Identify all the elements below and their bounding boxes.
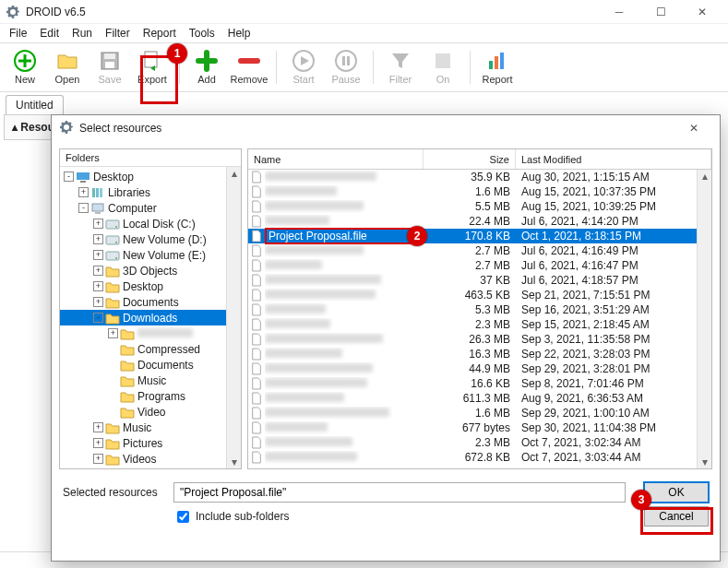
tree-node[interactable]: + <box>60 325 226 341</box>
tree-node[interactable]: +Desktop <box>60 278 226 294</box>
file-row[interactable]: 2.3 MBSep 15, 2021, 2:18:45 AM <box>248 317 697 332</box>
file-row[interactable]: 672.8 KBOct 7, 2021, 3:03:44 AM <box>248 450 697 465</box>
tree-node[interactable]: Music <box>60 373 226 388</box>
file-row[interactable]: 16.3 MBSep 22, 2021, 3:28:03 PM <box>248 347 697 361</box>
tree-node[interactable]: Documents <box>60 357 226 373</box>
expand-icon[interactable]: + <box>93 281 103 291</box>
expand-icon[interactable]: + <box>93 250 103 260</box>
scroll-down-icon[interactable]: ▾ <box>228 456 241 468</box>
tree-node[interactable]: -Downloads <box>60 310 226 325</box>
file-row[interactable]: 1.6 MBAug 15, 2021, 10:37:35 PM <box>248 184 697 199</box>
tree-node[interactable]: +Local Disk (C:) <box>60 216 226 231</box>
menu-help[interactable]: Help <box>222 25 257 41</box>
menu-filter[interactable]: Filter <box>100 25 136 41</box>
open-button[interactable]: Open <box>48 45 87 89</box>
menu-edit[interactable]: Edit <box>34 25 65 41</box>
remove-button[interactable]: Remove <box>230 45 269 89</box>
tree-node[interactable]: +Videos <box>60 451 226 467</box>
file-icon <box>248 215 265 228</box>
menu-report[interactable]: Report <box>137 25 182 41</box>
tree-node-label: Desktop <box>123 280 163 293</box>
include-subfolders-input[interactable] <box>177 511 189 523</box>
file-name <box>265 215 424 228</box>
filter-button[interactable]: Filter <box>381 45 420 89</box>
tree-node[interactable]: +New Volume (E:) <box>60 247 226 263</box>
list-scrollbar[interactable]: ▴ ▾ <box>697 170 711 468</box>
tree-node[interactable]: +New Volume (D:) <box>60 231 226 247</box>
add-button[interactable]: Add <box>187 45 226 89</box>
file-row[interactable]: 463.5 KBSep 21, 2021, 7:15:51 PM <box>248 288 697 302</box>
expand-icon[interactable]: + <box>78 187 89 197</box>
filter-on-button[interactable]: On <box>424 45 462 89</box>
tree-node[interactable]: -Computer <box>60 200 226 216</box>
expand-icon[interactable]: + <box>93 266 103 276</box>
minimize-button[interactable]: ─ <box>599 1 639 23</box>
tree-node[interactable]: Compressed <box>60 341 226 357</box>
file-row[interactable]: 1.6 MBSep 29, 2021, 1:00:10 AM <box>248 406 697 420</box>
file-row[interactable]: 5.5 MBAug 15, 2021, 10:39:25 PM <box>248 199 697 214</box>
menu-tools[interactable]: Tools <box>184 25 221 41</box>
plus-icon <box>196 50 218 72</box>
ok-button[interactable]: OK <box>644 482 709 503</box>
file-row[interactable]: 2.7 MBJul 6, 2021, 4:16:47 PM <box>248 258 697 273</box>
tree-node[interactable]: +Music <box>60 420 226 435</box>
expand-icon[interactable]: + <box>93 438 103 448</box>
file-row[interactable]: 5.3 MBSep 16, 2021, 3:51:29 AM <box>248 302 697 317</box>
file-modified: Aug 15, 2021, 10:37:35 PM <box>516 185 697 198</box>
tree-node[interactable]: Video <box>60 404 226 420</box>
scroll-down-icon[interactable]: ▾ <box>698 456 711 468</box>
collapse-icon[interactable]: - <box>93 313 103 323</box>
file-row[interactable]: 22.4 MBJul 6, 2021, 4:14:20 PM <box>248 214 697 229</box>
maximize-button[interactable]: ☐ <box>640 1 681 23</box>
dialog-close-button[interactable]: ✕ <box>675 117 712 139</box>
expand-icon[interactable]: + <box>93 454 103 464</box>
tree-node[interactable]: -Desktop <box>60 169 226 184</box>
expand-icon[interactable]: + <box>108 328 118 338</box>
file-row[interactable]: 2.7 MBJul 6, 2021, 4:16:49 PM <box>248 243 697 258</box>
file-row[interactable]: 611.3 MBAug 9, 2021, 6:36:53 AM <box>248 391 697 406</box>
col-modified[interactable]: Last Modified <box>516 149 711 169</box>
file-row[interactable]: 16.6 KBSep 8, 2021, 7:01:46 PM <box>248 376 697 391</box>
col-name[interactable]: Name <box>248 149 424 169</box>
expand-icon[interactable]: + <box>93 234 103 244</box>
new-button[interactable]: New <box>6 45 44 89</box>
file-row[interactable]: Project Proposal.file170.8 KBOct 1, 2021… <box>248 229 697 243</box>
report-button[interactable]: Report <box>478 45 517 89</box>
file-row[interactable]: 35.9 KBAug 30, 2021, 1:15:15 AM <box>248 170 697 184</box>
folder-icon <box>105 265 120 278</box>
include-subfolders-checkbox[interactable]: Include sub-folders <box>173 508 289 526</box>
save-button[interactable]: Save <box>90 45 129 89</box>
file-row[interactable]: 677 bytesSep 30, 2021, 11:04:38 PM <box>248 420 697 435</box>
expand-icon[interactable]: + <box>93 422 103 432</box>
close-button[interactable]: ✕ <box>682 1 722 23</box>
scroll-up-icon[interactable]: ▴ <box>228 167 241 180</box>
menu-run[interactable]: Run <box>66 25 98 41</box>
file-row[interactable]: 44.9 MBSep 29, 2021, 3:28:01 PM <box>248 361 697 376</box>
collapse-icon[interactable]: - <box>64 172 74 182</box>
scroll-up-icon[interactable]: ▴ <box>698 170 711 183</box>
tree-scrollbar[interactable]: ▴ ▾ <box>226 167 241 468</box>
selected-resources-field[interactable] <box>173 482 626 503</box>
file-list[interactable]: 35.9 KBAug 30, 2021, 1:15:15 AM1.6 MBAug… <box>248 170 697 468</box>
lib-icon <box>90 186 105 199</box>
tree-node[interactable]: +Documents <box>60 294 226 310</box>
tab-untitled[interactable]: Untitled <box>6 95 64 114</box>
collapse-icon[interactable]: - <box>78 203 89 213</box>
start-button[interactable]: Start <box>284 45 323 89</box>
folder-tree[interactable]: -Desktop+Libraries-Computer+Local Disk (… <box>60 167 226 468</box>
tree-node[interactable]: +Libraries <box>60 184 226 200</box>
file-row[interactable]: 2.3 MBOct 7, 2021, 3:02:34 AM <box>248 435 697 450</box>
tree-node[interactable]: +Pictures <box>60 435 226 451</box>
expand-icon[interactable]: + <box>93 219 103 229</box>
file-name <box>265 289 424 302</box>
file-modified: Sep 30, 2021, 11:04:38 PM <box>516 421 697 434</box>
file-row[interactable]: 37 KBJul 6, 2021, 4:18:57 PM <box>248 273 697 288</box>
pause-button[interactable]: Pause <box>327 45 365 89</box>
col-size[interactable]: Size <box>424 149 516 169</box>
menu-file[interactable]: File <box>4 25 32 41</box>
tree-node[interactable]: +3D Objects <box>60 263 226 278</box>
expand-icon[interactable]: + <box>93 297 103 307</box>
tree-node[interactable]: Programs <box>60 388 226 404</box>
file-row[interactable]: 26.3 MBSep 3, 2021, 11:35:58 PM <box>248 332 697 347</box>
tree-node-label: Downloads <box>123 312 177 325</box>
